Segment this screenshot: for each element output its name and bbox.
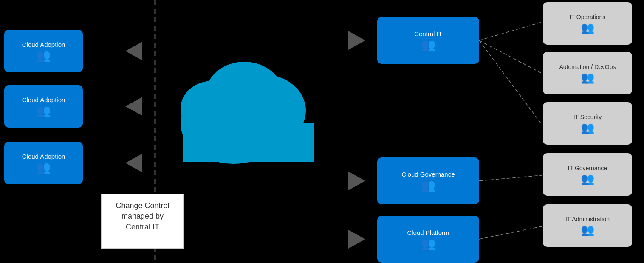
svg-marker-11 <box>348 230 365 249</box>
svg-marker-3 <box>125 154 142 172</box>
svg-marker-1 <box>125 42 142 60</box>
svg-point-6 <box>181 81 244 136</box>
people-icon-governance: 👥 <box>421 180 436 192</box>
svg-line-14 <box>479 40 542 124</box>
it-operations-label: IT Operations <box>570 14 606 20</box>
svg-line-16 <box>479 226 542 239</box>
people-icon-1: 👥 <box>36 50 51 62</box>
svg-point-4 <box>181 83 287 164</box>
svg-line-13 <box>479 40 542 73</box>
it-governance-box: IT Governance 👥 <box>543 153 632 196</box>
it-administration-box: IT Administration 👥 <box>543 204 632 247</box>
svg-line-15 <box>479 175 542 181</box>
svg-line-12 <box>479 22 542 40</box>
cloud-governance-box: Cloud Governance 👥 <box>377 157 479 204</box>
it-governance-label: IT Governance <box>568 165 607 172</box>
cloud-adoption-label-2: Cloud Adoption <box>22 96 65 103</box>
cloud-adoption-label-3: Cloud Adoption <box>22 153 65 160</box>
people-icon-2: 👥 <box>36 105 51 117</box>
automation-devops-label: Automation / DevOps <box>559 63 616 70</box>
it-security-box: IT Security 👥 <box>543 102 632 145</box>
people-icon-security: 👥 <box>581 122 594 133</box>
svg-point-7 <box>206 62 282 126</box>
svg-marker-2 <box>125 97 142 116</box>
cloud-adoption-box-3: Cloud Adoption 👥 <box>4 142 83 184</box>
svg-point-5 <box>221 74 306 147</box>
central-it-label: Central IT <box>414 30 442 37</box>
svg-rect-8 <box>183 123 314 162</box>
cloud-adoption-box-1: Cloud Adoption 👥 <box>4 30 83 72</box>
people-icon-devops: 👥 <box>581 72 594 83</box>
people-icon-it-admin: 👥 <box>581 224 594 235</box>
it-administration-label: IT Administration <box>565 216 610 223</box>
cloud-adoption-label-1: Cloud Adoption <box>22 41 65 48</box>
cloud-platform-label: Cloud Platform <box>407 229 449 236</box>
diagram: Cloud Adoption 👥 Cloud Adoption 👥 Cloud … <box>0 0 644 263</box>
change-control-text: Change Controlmanaged byCentral IT <box>116 201 169 231</box>
people-icon-platform: 👥 <box>421 238 436 250</box>
cloud-platform-box: Cloud Platform 👥 <box>377 216 479 263</box>
people-icon-central-it: 👥 <box>421 39 436 51</box>
central-it-box: Central IT 👥 <box>377 17 479 64</box>
it-operations-box: IT Operations 👥 <box>543 2 632 45</box>
people-icon-it-ops: 👥 <box>581 22 594 33</box>
cloud-adoption-box-2: Cloud Adoption 👥 <box>4 85 83 128</box>
svg-marker-10 <box>348 172 365 190</box>
svg-marker-9 <box>348 31 365 50</box>
cloud-governance-label: Cloud Governance <box>401 171 455 178</box>
automation-devops-box: Automation / DevOps 👥 <box>543 52 632 94</box>
change-control-box: Change Controlmanaged byCentral IT <box>101 194 184 249</box>
people-icon-it-gov: 👥 <box>581 173 594 184</box>
it-security-label: IT Security <box>573 114 602 120</box>
people-icon-3: 👥 <box>36 162 51 174</box>
